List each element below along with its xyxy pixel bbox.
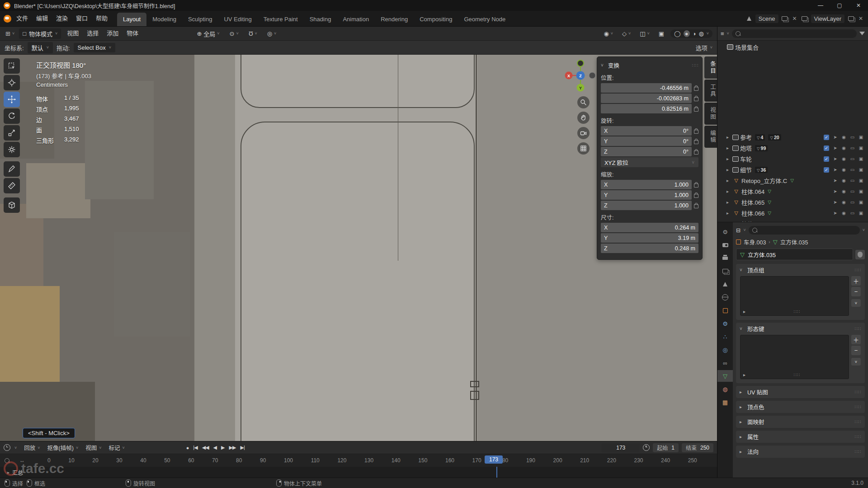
expand-icon[interactable]: ▸ <box>726 167 732 172</box>
record-button[interactable]: ● <box>186 445 189 450</box>
panel-expand-icon[interactable]: ▸ <box>740 434 744 439</box>
render-disable-icon[interactable]: ▣ <box>858 135 864 140</box>
properties-tab-particles[interactable]: ∴ <box>717 331 733 343</box>
outliner-row[interactable]: ▸ 细节 36 ✓ ➤ ◉ ▭ ▣ <box>719 164 867 175</box>
remove-vertex-group-button[interactable]: − <box>851 287 861 296</box>
rotation-x-field[interactable]: X0° <box>601 126 692 136</box>
panel-expand-icon[interactable]: ▸ <box>740 389 744 394</box>
workspace-tab[interactable]: Animation <box>337 13 375 26</box>
outliner-editor-caret-icon[interactable]: ˅ <box>727 31 729 36</box>
render-disable-icon[interactable]: ▣ <box>858 167 864 172</box>
workspace-tab[interactable]: Compositing <box>414 13 458 26</box>
properties-tab-world[interactable] <box>717 291 733 303</box>
lock-icon[interactable] <box>694 87 698 91</box>
filter-icon[interactable] <box>859 32 865 35</box>
workspace-tab[interactable]: Geometry Node <box>458 13 511 26</box>
orientation-dropdown[interactable]: ⊕全局˅ <box>194 28 222 39</box>
play-button[interactable]: ▶ <box>221 445 224 450</box>
next-keyframe-button[interactable]: ▶▶ <box>229 445 236 450</box>
viewport-disable-icon[interactable]: ▭ <box>849 145 856 150</box>
list-filter-icon[interactable]: ▸ <box>743 372 748 377</box>
move-tool[interactable] <box>4 92 20 107</box>
panel-collapse-icon[interactable]: ˅ <box>740 326 744 331</box>
overlays-dropdown[interactable]: ◫˅ <box>637 29 652 38</box>
viewlayer-selector[interactable]: ViewLayer <box>811 14 844 23</box>
measure-tool[interactable] <box>4 178 20 193</box>
shape-key-specials-button[interactable]: ˅ <box>851 358 861 366</box>
playhead-line[interactable] <box>496 467 497 478</box>
options-dropdown[interactable]: 选项 <box>696 43 708 52</box>
viewport-menu-item[interactable]: 添加 <box>103 26 123 41</box>
rotation-z-field[interactable]: Z0° <box>601 147 692 156</box>
lock-icon[interactable] <box>694 130 698 134</box>
viewport-menu-item[interactable]: 视图 <box>63 26 83 41</box>
outliner-row[interactable]: ▸ 参考 4 20 ✓ ➤ ◉ ▭ ▣ <box>719 132 867 143</box>
lock-icon[interactable] <box>694 140 698 144</box>
hide-eye-icon[interactable]: ◉ <box>840 200 847 205</box>
shading-wireframe-button[interactable]: ◯ <box>674 30 681 37</box>
properties-editor-icon[interactable]: ⊟ <box>736 227 741 234</box>
auto-keying-icon[interactable] <box>643 444 650 451</box>
timeline-editor-icon[interactable] <box>4 444 10 451</box>
menu-item[interactable]: 渲染 <box>52 11 72 26</box>
panel-collapse-icon[interactable]: ˅ <box>740 267 744 272</box>
shading-solid-button[interactable]: ● <box>684 30 690 37</box>
play-reverse-button[interactable]: ◀ <box>213 445 217 450</box>
workspace-tab[interactable]: Rendering <box>375 13 414 26</box>
scale-tool[interactable] <box>4 125 20 141</box>
timeline-menu-item[interactable]: 回放˅ <box>21 443 43 452</box>
properties-editor-caret-icon[interactable]: ˅ <box>743 228 745 232</box>
hide-eye-icon[interactable]: ◉ <box>840 189 847 194</box>
add-shape-key-button[interactable]: ＋ <box>851 335 861 344</box>
rotate-tool[interactable] <box>4 108 20 124</box>
collection-checkbox[interactable]: ✓ <box>824 135 829 140</box>
hide-eye-icon[interactable]: ◉ <box>840 167 847 172</box>
outliner-row[interactable]: ▸ 柱体.064 ▽ ➤ ◉ ▭ ▣ <box>719 186 867 197</box>
timeline-ruler[interactable]: ↔ 01020304050607080901001101201301401501… <box>0 454 717 467</box>
viewport-disable-icon[interactable]: ▭ <box>849 178 856 183</box>
properties-search-input[interactable] <box>749 226 860 235</box>
add-vertex-group-button[interactable]: ＋ <box>851 276 861 286</box>
expand-icon[interactable]: ▸ <box>726 156 732 161</box>
expand-icon[interactable]: ▸ <box>726 178 732 183</box>
properties-tab-render[interactable] <box>717 239 733 251</box>
outliner-search-input[interactable] <box>732 29 857 38</box>
panel-grip-icon[interactable]: ∷∷ <box>854 389 861 394</box>
selectable-icon[interactable]: ➤ <box>832 211 839 216</box>
select-box-tool[interactable] <box>4 58 20 74</box>
navigation-gizmo[interactable]: X Y Z <box>563 58 598 93</box>
breadcrumb-data[interactable]: 立方体.035 <box>780 238 808 246</box>
render-disable-icon[interactable]: ▣ <box>858 178 864 183</box>
dimension-x-field[interactable]: X0.264 m <box>601 223 698 232</box>
render-disable-icon[interactable]: ▣ <box>858 156 864 161</box>
remove-shape-key-button[interactable]: − <box>851 346 861 355</box>
scale-y-field[interactable]: Y1.000 <box>601 190 692 200</box>
properties-tab-modifiers[interactable]: ⚙ <box>717 318 733 329</box>
selectable-icon[interactable]: ➤ <box>832 178 839 183</box>
lock-icon[interactable] <box>694 97 698 101</box>
outliner-row[interactable]: ▸ 车轮 ✓ ➤ ◉ ▭ ▣ <box>719 154 867 164</box>
rotation-y-field[interactable]: Y0° <box>601 136 692 146</box>
outliner-row[interactable]: ▸ 柱体.066 ▽ ➤ ◉ ▭ ▣ <box>719 208 867 219</box>
proportional-editing-toggle[interactable]: ◎˅ <box>264 29 279 38</box>
vertex-group-specials-button[interactable]: ˅ <box>851 299 861 307</box>
list-filter-icon[interactable]: ▸ <box>743 309 748 314</box>
properties-tab-scene[interactable] <box>717 278 733 290</box>
properties-tab-constraints[interactable]: ∞ <box>717 357 733 369</box>
workspace-tab[interactable]: Shading <box>304 13 337 26</box>
summary-channel[interactable]: ▸汇总 <box>7 469 23 476</box>
viewport-menu-item[interactable]: 物体 <box>123 26 142 41</box>
expand-icon[interactable]: ▸ <box>726 211 732 216</box>
render-disable-icon[interactable]: ▣ <box>858 200 864 205</box>
selectable-icon[interactable]: ➤ <box>832 189 839 194</box>
properties-tab-output[interactable] <box>717 252 733 264</box>
remove-viewlayer-icon[interactable]: ✕ <box>857 15 864 22</box>
selectable-icon[interactable]: ➤ <box>832 135 839 140</box>
gizmos-dropdown[interactable]: ◇˅ <box>619 29 633 38</box>
lock-icon[interactable] <box>694 150 698 155</box>
rotation-mode-dropdown[interactable]: XYZ 欧拉˅ <box>601 157 698 167</box>
render-disable-icon[interactable]: ▣ <box>858 145 864 150</box>
panel-grip-icon[interactable]: ∷∷ <box>854 267 861 272</box>
mode-selector[interactable]: □ 物体模式 ˅ <box>19 28 61 39</box>
breadcrumb-object[interactable]: 车身.003 <box>744 238 766 246</box>
